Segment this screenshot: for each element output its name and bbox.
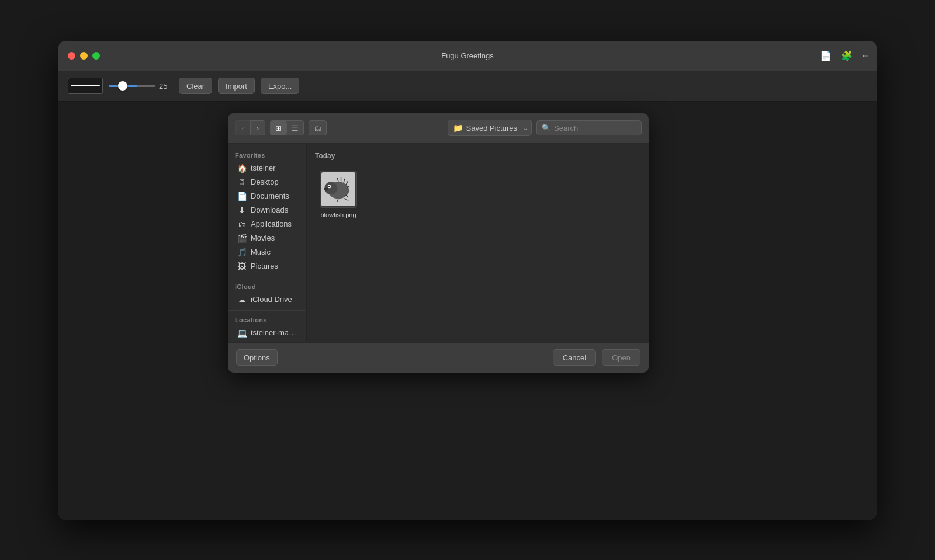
maximize-button[interactable] xyxy=(92,52,100,60)
location-dropdown[interactable]: 📁 Saved Pictures ⌄ xyxy=(448,120,532,136)
document-icon[interactable]: 📄 xyxy=(820,50,832,61)
sidebar-separator-2 xyxy=(228,310,306,311)
favorites-section-label: Favorites xyxy=(228,149,306,161)
main-canvas[interactable]: ‹ › ⊞ ☰ 🗂 📁 Saved Pictures ⌄ 🔍 xyxy=(58,102,877,520)
desktop-icon: 🖥 xyxy=(237,178,247,187)
brush-line xyxy=(71,85,100,86)
applications-icon: 🗂 xyxy=(237,220,247,229)
sidebar-item-tsteiner[interactable]: 🏠 tsteiner xyxy=(230,161,304,175)
sidebar-item-label: tsteiner-macb... xyxy=(251,328,297,337)
locations-section-label: Locations xyxy=(228,314,306,326)
file-thumbnail xyxy=(320,171,357,208)
files-grid: blowfish.png xyxy=(315,167,640,222)
today-section-header: Today xyxy=(315,152,640,160)
titlebar-actions: 📄 🧩 ··· xyxy=(820,50,867,62)
folder-view-button[interactable]: 🗂 xyxy=(309,120,327,135)
forward-button[interactable]: › xyxy=(250,120,265,135)
clear-button[interactable]: Clear xyxy=(179,78,212,94)
dialog-actions: Cancel Open xyxy=(553,349,640,366)
laptop-icon: 💻 xyxy=(237,328,247,338)
app-toolbar: 25 Clear Import Expo... xyxy=(58,71,877,102)
close-button[interactable] xyxy=(68,52,75,60)
file-area[interactable]: Today xyxy=(307,144,649,342)
minimize-button[interactable] xyxy=(80,52,88,60)
sidebar-item-label: Applications xyxy=(251,220,292,228)
size-slider[interactable] xyxy=(109,85,155,87)
pictures-icon: 🖼 xyxy=(237,262,247,271)
movies-icon: 🎬 xyxy=(237,234,247,243)
music-icon: 🎵 xyxy=(237,248,247,257)
sidebar-item-label: Music xyxy=(251,248,271,256)
blowfish-image xyxy=(321,172,355,206)
svg-point-4 xyxy=(328,186,330,187)
sidebar-item-downloads[interactable]: ⬇ Downloads xyxy=(230,203,304,217)
list-view-button[interactable]: ☰ xyxy=(287,121,303,135)
sidebar-item-label: Documents xyxy=(251,192,289,200)
sidebar-item-label: tsteiner xyxy=(251,164,276,172)
brush-preview xyxy=(68,78,103,94)
svg-point-13 xyxy=(324,187,328,190)
app-window: Fugu Greetings 📄 🧩 ··· 25 Clear Import E… xyxy=(58,41,877,520)
options-button[interactable]: Options xyxy=(236,349,278,366)
export-button[interactable]: Expo... xyxy=(261,78,299,94)
search-box[interactable]: 🔍 xyxy=(536,120,642,135)
sidebar-item-movies[interactable]: 🎬 Movies xyxy=(230,231,304,245)
sidebar-item-label: Desktop xyxy=(251,178,279,186)
sidebar-item-desktop[interactable]: 🖥 Desktop xyxy=(230,175,304,189)
extensions-icon[interactable]: 🧩 xyxy=(841,50,853,61)
import-button[interactable]: Import xyxy=(218,78,255,94)
file-dialog: ‹ › ⊞ ☰ 🗂 📁 Saved Pictures ⌄ 🔍 xyxy=(228,113,649,373)
grid-view-button[interactable]: ⊞ xyxy=(271,121,286,135)
sidebar-item-label: iCloud Drive xyxy=(251,295,292,304)
sidebar-item-documents[interactable]: 📄 Documents xyxy=(230,189,304,203)
cloud-icon: ☁ xyxy=(237,295,247,304)
chevron-down-icon: ⌄ xyxy=(523,125,528,131)
sidebar-item-pictures[interactable]: 🖼 Pictures xyxy=(230,259,304,273)
dialog-body: Favorites 🏠 tsteiner 🖥 Desktop 📄 Documen… xyxy=(228,144,649,342)
sidebar-item-label: Pictures xyxy=(251,262,278,270)
sidebar: Favorites 🏠 tsteiner 🖥 Desktop 📄 Documen… xyxy=(228,144,307,342)
traffic-lights xyxy=(68,52,100,60)
folder-icon: 📁 xyxy=(453,123,463,133)
back-button[interactable]: ‹ xyxy=(235,120,250,135)
titlebar: Fugu Greetings 📄 🧩 ··· xyxy=(58,41,877,71)
file-name: blowfish.png xyxy=(320,211,356,218)
dialog-footer: Options Cancel Open xyxy=(228,342,649,373)
sidebar-item-label: Movies xyxy=(251,234,275,242)
sidebar-item-label: Downloads xyxy=(251,206,288,214)
size-slider-container: 25 xyxy=(109,82,173,91)
sidebar-item-music[interactable]: 🎵 Music xyxy=(230,245,304,259)
dialog-toolbar: ‹ › ⊞ ☰ 🗂 📁 Saved Pictures ⌄ 🔍 xyxy=(228,113,649,144)
nav-button-group: ‹ › xyxy=(235,120,265,135)
file-item-blowfish[interactable]: blowfish.png xyxy=(315,167,362,222)
home-icon: 🏠 xyxy=(237,164,247,173)
document-folder-icon: 📄 xyxy=(237,192,247,201)
location-label: Saved Pictures xyxy=(466,124,517,133)
search-icon: 🔍 xyxy=(542,124,550,132)
search-input[interactable] xyxy=(554,124,636,133)
sidebar-item-icloud-drive[interactable]: ☁ iCloud Drive xyxy=(230,293,304,307)
icloud-section-label: iCloud xyxy=(228,281,306,293)
open-button[interactable]: Open xyxy=(602,349,640,366)
sidebar-item-tsteiner-macb[interactable]: 💻 tsteiner-macb... xyxy=(230,326,304,340)
window-title: Fugu Greetings xyxy=(441,51,494,60)
more-icon[interactable]: ··· xyxy=(862,50,867,62)
view-toggle: ⊞ ☰ xyxy=(270,120,304,135)
cancel-button[interactable]: Cancel xyxy=(553,349,596,366)
sidebar-item-applications[interactable]: 🗂 Applications xyxy=(230,217,304,231)
slider-value: 25 xyxy=(159,82,173,91)
sidebar-separator-1 xyxy=(228,277,306,277)
downloads-icon: ⬇ xyxy=(237,206,247,215)
